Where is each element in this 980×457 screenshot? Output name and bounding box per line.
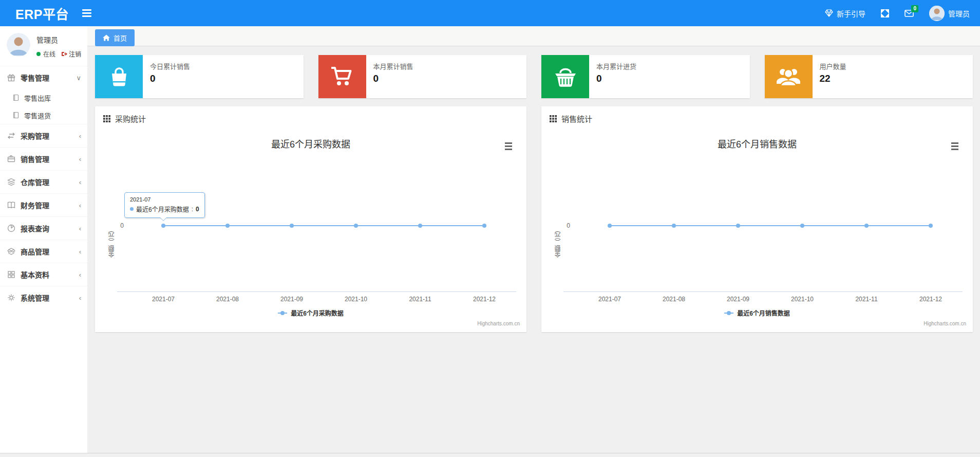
sidebar-item-reports[interactable]: 报表查询 ‹ xyxy=(0,216,87,240)
sidebar-item-sales[interactable]: 销售管理 ‹ xyxy=(0,147,87,170)
gem-icon xyxy=(825,9,833,17)
panel-title: 采购统计 xyxy=(115,113,146,124)
x-tick-label: 2021-10 xyxy=(784,296,820,303)
sidebar-item-label: 财务管理 xyxy=(21,200,49,210)
data-point[interactable] xyxy=(864,224,869,228)
sidebar-item-basic-data[interactable]: 基本资料 ‹ xyxy=(0,263,87,286)
x-tick-label: 2021-12 xyxy=(913,296,949,303)
sidebar-item-products[interactable]: 商品管理 ‹ xyxy=(0,240,87,263)
briefcase-icon xyxy=(7,155,15,163)
sidebar-item-label: 报表查询 xyxy=(21,223,49,233)
sales-stats-panel: 销售统计 最近6个月销售数据 金额（元） 0 2021-07 2021-08 2… xyxy=(541,106,973,332)
sidebar-item-label: 基本资料 xyxy=(21,269,49,280)
data-point[interactable] xyxy=(929,224,933,228)
x-tick-label: 2021-08 xyxy=(656,296,692,303)
chevron-left-icon: ‹ xyxy=(79,202,81,209)
avatar xyxy=(929,6,945,21)
stat-label: 今日累计销售 xyxy=(150,61,190,71)
guide-button[interactable]: 新手引导 xyxy=(825,8,865,19)
stat-value: 0 xyxy=(373,73,413,84)
highcharts-credits[interactable]: Highcharts.com.cn xyxy=(477,321,520,326)
chart-legend[interactable]: 最近6个月销售数据 xyxy=(541,308,973,317)
tab-bar: 首页 xyxy=(87,26,980,46)
messages-button[interactable]: 0 xyxy=(904,10,914,17)
tab-home[interactable]: 首页 xyxy=(95,29,135,46)
stat-label: 用户数量 xyxy=(820,61,846,71)
user-menu-label: 管理员 xyxy=(948,8,970,19)
home-icon xyxy=(103,34,110,41)
x-tick-label: 2021-12 xyxy=(466,296,502,303)
sidebar-item-purchase[interactable]: 采购管理 ‹ xyxy=(0,124,87,147)
data-point[interactable] xyxy=(290,224,294,228)
fullscreen-icon xyxy=(881,9,889,17)
chevron-left-icon: ‹ xyxy=(79,155,81,163)
sidebar-user-panel: 管理员 在线 注销 xyxy=(0,26,87,66)
x-tick-label: 2021-11 xyxy=(849,296,884,303)
retail-submenu: 零售出库 零售退货 xyxy=(0,89,87,124)
chart-legend[interactable]: 最近6个月采购数据 xyxy=(95,308,526,317)
series-line xyxy=(163,225,484,226)
legend-label: 最近6个月采购数据 xyxy=(291,308,344,317)
file-icon xyxy=(12,112,20,119)
data-point[interactable] xyxy=(354,224,358,228)
x-tick-label: 2021-08 xyxy=(210,296,246,303)
sidebar-item-finance[interactable]: 财务管理 ‹ xyxy=(0,193,87,216)
sign-out-icon xyxy=(61,51,67,57)
chevron-left-icon: ‹ xyxy=(79,132,81,140)
sidebar-item-retail-outbound[interactable]: 零售出库 xyxy=(0,89,87,106)
y-axis-tick: 0 xyxy=(110,222,124,229)
data-point[interactable] xyxy=(418,224,422,228)
sidebar-item-label: 零售出库 xyxy=(24,93,51,103)
sidebar-item-system[interactable]: 系统管理 ‹ xyxy=(0,286,87,309)
fullscreen-button[interactable] xyxy=(881,9,889,17)
stat-value: 22 xyxy=(820,73,846,84)
file-icon xyxy=(12,94,20,101)
top-navbar: ERP平台 新手引导 0 xyxy=(0,0,980,26)
purchase-stats-panel: 采购统计 最近6个月采购数据 金额（元） 0 2021-07 2021-08 2… xyxy=(95,106,526,332)
highcharts-credits[interactable]: Highcharts.com.cn xyxy=(924,321,966,326)
data-point[interactable] xyxy=(482,224,486,228)
stat-card-month-purchase: 本月累计进货 0 xyxy=(541,55,750,98)
data-point[interactable] xyxy=(225,224,230,228)
chart-export-menu-icon[interactable] xyxy=(951,142,958,150)
tooltip-series-label: 最近6个月采购数据 xyxy=(136,205,189,213)
data-point[interactable] xyxy=(736,224,740,228)
data-point[interactable] xyxy=(608,224,612,228)
stat-label: 本月累计销售 xyxy=(373,61,413,71)
stat-value: 0 xyxy=(596,73,636,84)
online-status-label: 在线 xyxy=(43,49,55,58)
legend-marker-icon xyxy=(724,311,733,315)
app-logo: ERP平台 xyxy=(0,4,69,23)
data-point[interactable] xyxy=(800,224,804,228)
tooltip-value: 0 xyxy=(196,206,199,213)
series-line xyxy=(610,225,931,226)
sidebar-toggle-icon[interactable] xyxy=(82,9,91,17)
x-axis-line xyxy=(117,291,516,292)
sidebar-item-label: 系统管理 xyxy=(21,293,49,303)
sidebar-item-retail-return[interactable]: 零售退货 xyxy=(0,106,87,124)
x-tick-label: 2021-09 xyxy=(274,296,310,303)
chevron-left-icon: ‹ xyxy=(79,294,81,302)
logout-link[interactable]: 注销 xyxy=(61,49,81,58)
sidebar-item-warehouse[interactable]: 仓库管理 ‹ xyxy=(0,170,87,193)
data-point[interactable] xyxy=(672,224,676,228)
y-axis-title: 金额（元） xyxy=(107,201,116,258)
footer-strip xyxy=(0,453,980,457)
legend-label: 最近6个月销售数据 xyxy=(737,308,790,317)
sidebar-item-retail[interactable]: 零售管理 ∨ xyxy=(0,66,87,89)
stat-label: 本月累计进货 xyxy=(596,61,636,71)
tab-home-label: 首页 xyxy=(114,33,127,43)
gift-icon xyxy=(7,74,15,82)
user-avatar xyxy=(7,33,30,57)
chart-export-menu-icon[interactable] xyxy=(505,142,512,150)
sidebar-item-label: 零售管理 xyxy=(21,72,49,83)
gear-icon xyxy=(7,294,15,302)
chevron-left-icon: ‹ xyxy=(79,225,81,232)
main-content: 首页 今日累计销售 0 本月累计销售 0 xyxy=(87,26,980,453)
purchase-chart: 最近6个月采购数据 金额（元） 0 2021-07 2021-08 2021-0… xyxy=(95,130,526,333)
user-menu[interactable]: 管理员 xyxy=(929,6,970,21)
sales-chart: 最近6个月销售数据 金额（元） 0 2021-07 2021-08 2021-0… xyxy=(541,130,973,333)
x-tick-label: 2021-10 xyxy=(338,296,374,303)
book-icon xyxy=(7,201,15,209)
chart-title: 最近6个月销售数据 xyxy=(541,137,973,150)
